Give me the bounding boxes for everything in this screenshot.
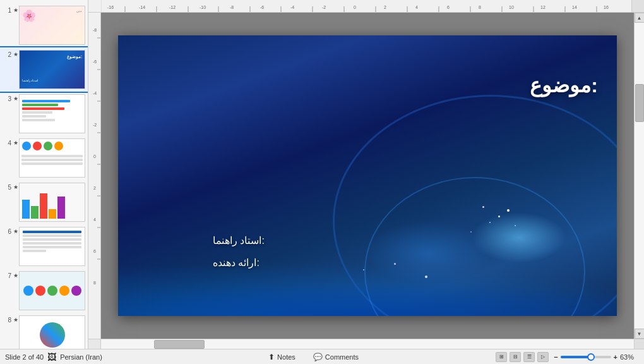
zoom-slider-thumb[interactable] <box>587 353 595 361</box>
slide-canvas[interactable]: :موضوع :استاد راهنما :ارائه دهنده <box>118 35 617 316</box>
status-left: Slide 2 of 40 🖼 Persian (Iran) <box>5 352 131 362</box>
notes-button[interactable]: ⬆ Notes <box>266 352 298 362</box>
normal-view-button[interactable]: ⊞ <box>496 352 507 362</box>
scroll-track-vertical[interactable] <box>635 23 644 329</box>
slide-number-7: 7 <box>3 272 11 279</box>
left-ruler: -8 -6 -4 -2 0 2 4 6 8 <box>88 13 101 339</box>
slide-title[interactable]: :موضوع <box>530 73 598 97</box>
slide-instructor-label[interactable]: :استاد راهنما <box>213 234 265 246</box>
slide-panel-icon[interactable]: 🖼 <box>47 352 56 362</box>
sparkle-9 <box>425 276 427 278</box>
main-area: 1 ★ 🌸 متن 2 ★ :موضوع استاد راهنما 3 ★ <box>0 0 644 349</box>
slide-star-6: ★ <box>13 228 19 234</box>
svg-text:-4: -4 <box>93 91 97 95</box>
status-bar: Slide 2 of 40 🖼 Persian (Iran) ⬆ Notes 💬… <box>0 349 644 364</box>
svg-text:-8: -8 <box>93 28 97 32</box>
slide-star-1: ★ <box>13 7 19 13</box>
svg-text:-6: -6 <box>260 5 264 9</box>
svg-text:14: 14 <box>572 5 577 9</box>
slide-sort-button[interactable]: ⊟ <box>510 352 521 362</box>
slide-info: Slide 2 of 40 <box>5 353 44 361</box>
slide-number-5: 5 <box>3 184 11 191</box>
slide-star-2: ★ <box>13 51 19 58</box>
status-center: ⬆ Notes 💬 Comments <box>131 352 496 362</box>
sparkle-4 <box>515 225 516 226</box>
slide-item-6[interactable]: 6 ★ <box>0 224 88 269</box>
slide-thumb-5 <box>19 183 85 222</box>
status-right: ⊞ ⊟ ☰ ▷ − + 63% <box>496 352 639 362</box>
slide-item-2[interactable]: 2 ★ :موضوع استاد راهنما <box>0 47 88 92</box>
sparkle-6 <box>470 231 472 233</box>
view-icons: ⊞ ⊟ ☰ ▷ <box>496 352 549 362</box>
slide-item-1[interactable]: 1 ★ 🌸 متن <box>0 3 88 47</box>
svg-text:-4: -4 <box>290 5 294 9</box>
slide-item-3[interactable]: 3 ★ <box>0 92 88 136</box>
slide-item-8[interactable]: 8 ★ <box>0 313 88 349</box>
slide-number-6: 6 <box>3 228 11 235</box>
slide-number-4: 4 <box>3 140 11 147</box>
zoom-slider[interactable] <box>561 356 611 358</box>
slide-thumb-4 <box>19 138 85 178</box>
language-indicator: Persian (Iran) <box>60 353 102 361</box>
svg-text:6: 6 <box>93 249 96 253</box>
svg-text:0: 0 <box>354 5 356 9</box>
reading-view-button[interactable]: ☰ <box>523 352 535 362</box>
slide-number-2: 2 <box>3 51 11 58</box>
slide-thumb-3 <box>19 94 85 133</box>
svg-text:16: 16 <box>604 5 609 9</box>
zoom-percent[interactable]: 63% <box>620 353 639 361</box>
svg-text:4: 4 <box>93 217 96 222</box>
sparkle-5 <box>482 206 484 208</box>
zoom-out-button[interactable]: − <box>554 353 558 361</box>
svg-text:8: 8 <box>93 281 96 285</box>
svg-text:8: 8 <box>479 5 481 9</box>
thumb-2-subtitle: استاد راهنما <box>22 78 38 82</box>
slide-thumb-1: 🌸 متن <box>19 6 85 45</box>
slide-number-3: 3 <box>3 95 11 102</box>
slide-thumb-6 <box>19 227 85 266</box>
bottom-scrollbar-row <box>88 339 644 349</box>
ruler-corner <box>631 0 644 13</box>
svg-text:4: 4 <box>415 5 418 9</box>
slide-thumb-7 <box>19 271 85 310</box>
scrollbar-left-spacer <box>88 339 101 349</box>
svg-text:-14: -14 <box>139 5 145 9</box>
svg-text:-2: -2 <box>93 123 97 127</box>
top-ruler: -16 -14 -12 -10 -8 -6 -4 -2 0 <box>88 0 644 13</box>
slide-item-7[interactable]: 7 ★ <box>0 269 88 313</box>
svg-text:-16: -16 <box>107 5 114 9</box>
svg-text:-12: -12 <box>169 5 176 9</box>
svg-text:0: 0 <box>93 154 96 159</box>
comments-button[interactable]: 💬 Comments <box>311 352 361 362</box>
slide-thumb-8 <box>19 315 85 349</box>
svg-text:2: 2 <box>384 5 386 9</box>
svg-text:10: 10 <box>509 5 514 9</box>
svg-text:-8: -8 <box>230 5 234 9</box>
right-scrollbar: ▲ ▼ <box>634 13 644 339</box>
slide-panel: 1 ★ 🌸 متن 2 ★ :موضوع استاد راهنما 3 ★ <box>0 0 88 349</box>
slide-item-5[interactable]: 5 ★ <box>0 180 88 224</box>
scroll-up-button[interactable]: ▲ <box>635 13 645 23</box>
svg-text:2: 2 <box>93 186 96 190</box>
sparkle-1 <box>498 215 500 217</box>
scroll-thumb-horizontal[interactable] <box>154 340 205 349</box>
notes-label: Notes <box>277 353 295 361</box>
slide-presenter-label[interactable]: :ارائه دهنده <box>213 257 259 269</box>
sparkle-7 <box>394 263 396 265</box>
slide-star-7: ★ <box>13 272 19 279</box>
slide-star-8: ★ <box>13 317 19 323</box>
presentation-button[interactable]: ▷ <box>537 352 549 362</box>
scroll-down-button[interactable]: ▼ <box>635 329 645 339</box>
zoom-in-button[interactable]: + <box>614 353 617 361</box>
slide-star-5: ★ <box>13 184 19 190</box>
svg-text:-6: -6 <box>93 59 97 64</box>
slide-star-3: ★ <box>13 95 19 102</box>
slide-glow-2 <box>364 221 491 284</box>
canvas-area: -16 -14 -12 -10 -8 -6 -4 -2 0 <box>88 0 644 349</box>
scroll-track-horizontal[interactable] <box>101 339 634 349</box>
comments-icon: 💬 <box>313 353 323 361</box>
slide-item-4[interactable]: 4 ★ <box>0 136 88 180</box>
scrollbar-corner <box>634 339 644 349</box>
ruler-content-top: -16 -14 -12 -10 -8 -6 -4 -2 0 <box>101 0 644 12</box>
scroll-thumb-vertical[interactable] <box>635 84 644 122</box>
